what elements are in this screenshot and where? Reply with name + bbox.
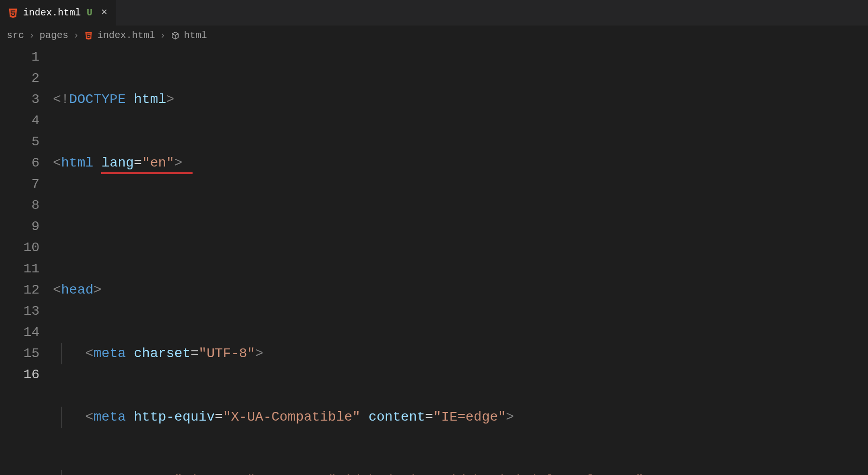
code-line[interactable]: <meta http-equiv="X-UA-Compatible" conte…	[53, 407, 868, 428]
breadcrumb-item-symbol[interactable]: html	[170, 30, 207, 41]
breadcrumb-item-file[interactable]: index.html	[84, 30, 155, 41]
symbol-field-icon	[170, 31, 180, 40]
code-line[interactable]: <!DOCTYPE html>	[53, 89, 868, 110]
breadcrumb-label: pages	[39, 30, 68, 41]
chevron-right-icon: ›	[73, 30, 79, 41]
line-number: 6	[0, 153, 39, 174]
line-number: 13	[0, 301, 39, 322]
line-number: 2	[0, 68, 39, 89]
close-icon[interactable]: ×	[101, 8, 107, 18]
editor-tab-active[interactable]: index.html U ×	[0, 0, 117, 26]
underline-annotation	[101, 172, 193, 174]
line-number: 7	[0, 174, 39, 195]
html-file-icon	[84, 31, 93, 40]
tab-bar: index.html U ×	[0, 0, 868, 26]
code-line[interactable]: <head>	[53, 280, 868, 301]
tab-filename: index.html	[23, 7, 81, 18]
breadcrumb-label: index.html	[97, 30, 155, 41]
chevron-right-icon: ›	[29, 30, 35, 41]
chevron-right-icon: ›	[160, 30, 166, 41]
line-number: 4	[0, 110, 39, 131]
code-line[interactable]	[53, 216, 868, 237]
tab-git-status: U	[87, 7, 92, 18]
code-line[interactable]: <html lang="en">	[53, 153, 868, 174]
line-number: 12	[0, 280, 39, 301]
breadcrumb[interactable]: src › pages › index.html › html	[0, 26, 868, 47]
html-file-icon	[8, 8, 18, 18]
line-number: 3	[0, 89, 39, 110]
line-number: 16	[0, 364, 39, 385]
code-editor[interactable]: 1 2 3 4 5 6 7 8 9 10 11 12 13 14 15 16 <…	[0, 47, 868, 475]
code-line[interactable]: <meta charset="UTF-8">	[53, 343, 868, 364]
line-number: 1	[0, 47, 39, 68]
breadcrumb-label: html	[184, 30, 207, 41]
line-number: 11	[0, 258, 39, 280]
breadcrumb-item-pages[interactable]: pages	[39, 30, 68, 41]
line-number-gutter: 1 2 3 4 5 6 7 8 9 10 11 12 13 14 15 16	[0, 47, 53, 475]
line-number: 14	[0, 322, 39, 343]
code-content[interactable]: <!DOCTYPE html> <html lang="en"> <head> …	[53, 47, 868, 475]
breadcrumb-item-src[interactable]: src	[7, 30, 24, 41]
breadcrumb-label: src	[7, 30, 24, 41]
code-line[interactable]: <meta name="viewport" content="width=dev…	[53, 470, 868, 475]
line-number: 10	[0, 237, 39, 258]
line-number: 15	[0, 343, 39, 364]
line-number: 5	[0, 131, 39, 153]
line-number: 8	[0, 195, 39, 216]
line-number: 9	[0, 216, 39, 237]
